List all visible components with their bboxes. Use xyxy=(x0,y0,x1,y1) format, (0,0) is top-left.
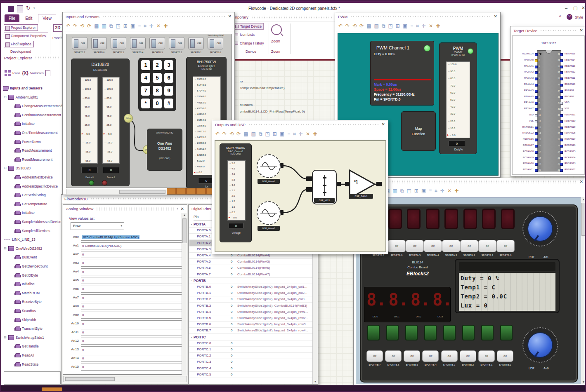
keypad-key-8[interactable]: 8 xyxy=(152,85,162,96)
toolbar-icon-6[interactable]: ⧉ xyxy=(400,188,404,193)
digital-row-porta-7[interactable]: PORTA.70ComboBL0114(PinA7) xyxy=(189,272,312,278)
pin-pad-right[interactable] xyxy=(560,138,563,141)
analog-value-field[interactable]: 0 xyxy=(81,329,185,336)
document-tab-temporary[interactable]: Temporary xyxy=(227,13,336,21)
scroll-up-icon[interactable]: ▲ xyxy=(581,198,586,201)
board-button--portb-4[interactable]: Off xyxy=(422,350,439,362)
pin-pad-left[interactable] xyxy=(535,132,538,135)
toolbar-icon-5[interactable]: ▥ xyxy=(251,131,256,136)
tree-item-scanbus[interactable]: ScanBus xyxy=(1,306,63,315)
close-button[interactable]: ✕ xyxy=(581,5,585,11)
toolbar-icon-10[interactable]: ≡ xyxy=(410,23,413,28)
toggle-switch-1[interactable]: OFF xyxy=(91,37,107,49)
pin-pad-left[interactable] xyxy=(535,71,538,74)
tree-item-ambientlight1[interactable]: ⊟AmbientLight1 xyxy=(1,93,63,102)
dock-icon[interactable]: ▪ xyxy=(177,207,178,211)
digital-row-portc-2[interactable]: PORTC.20 xyxy=(189,353,312,359)
analog-scrollbar[interactable]: ▲ xyxy=(182,213,187,375)
close-icon[interactable]: ✕ xyxy=(382,122,385,127)
toolbar-icon-3[interactable]: ⟳ xyxy=(236,131,241,136)
keypad-key-7[interactable]: 7 xyxy=(141,85,151,96)
close-icon[interactable]: ✕ xyxy=(228,14,232,19)
ribbon-collapse-icon[interactable]: ^ xyxy=(559,15,561,19)
tree-item-getdevicecount[interactable]: GetDeviceCount xyxy=(1,262,63,271)
expander-icon[interactable]: ⊟ xyxy=(4,336,7,339)
expander-icon[interactable]: ⊟ xyxy=(4,96,7,99)
switch-lever[interactable] xyxy=(113,39,117,48)
keypad-key-0[interactable]: 0 xyxy=(152,98,162,109)
board-green-button-3[interactable] xyxy=(424,325,437,340)
pin-pad-right[interactable] xyxy=(560,90,563,93)
tree-item-busevent[interactable]: BusEvent xyxy=(1,253,63,262)
digital-row-portb-2[interactable]: PORTB.20SwitchArraySlide1(pin2), keypad_… xyxy=(189,296,312,303)
tree-item-link-line-13[interactable]: LINK_LINE_13 xyxy=(1,235,63,244)
board-button--portb-1[interactable]: Off xyxy=(478,350,495,362)
toolbar-icon-12[interactable]: ✛ xyxy=(440,188,444,193)
digital-row-portc-3[interactable]: PORTC.30 xyxy=(189,359,312,365)
toolbar-icon-0[interactable]: ↶ xyxy=(66,23,70,28)
toolbar-icon-0[interactable]: ↶ xyxy=(215,131,220,136)
switch-lever[interactable] xyxy=(190,39,195,48)
toolbar-icon-7[interactable]: ◳ xyxy=(407,188,411,193)
toolbar-icon-0[interactable]: ↶ xyxy=(338,23,343,28)
pin-pad-left[interactable] xyxy=(535,157,538,160)
toolbar-icon-1[interactable]: ↷ xyxy=(73,23,77,28)
scroll-thumb[interactable] xyxy=(581,203,586,236)
ribbon-button-find-replace[interactable]: Find/Replace xyxy=(4,41,34,47)
tree-item-skipaddr[interactable]: SkipAddr xyxy=(1,315,63,324)
toolbar-icon-14[interactable]: ✚ xyxy=(313,131,317,136)
toolbar-icon-4[interactable]: ▤ xyxy=(366,23,371,28)
toggle-switch-2[interactable]: OFF xyxy=(111,37,126,49)
analog-value-field[interactable]: 0 xyxy=(81,260,185,267)
tree-item-switcharrayslide1[interactable]: ⊟SwitchArraySlide1 xyxy=(1,333,63,342)
close-icon[interactable]: ✕ xyxy=(580,180,583,184)
tree-item-readmeasurement[interactable]: ReadMeasurement xyxy=(1,146,63,155)
tree-item-initialise[interactable]: Initialise xyxy=(1,279,63,289)
app-icon[interactable] xyxy=(8,6,14,12)
analog-value-field[interactable]: 0 xyxy=(81,312,185,319)
pin-pad-right[interactable] xyxy=(560,151,563,154)
toolbar-icon-11[interactable]: ⌗ xyxy=(293,131,296,136)
pin-pad-left[interactable] xyxy=(535,120,538,123)
analog-value-field[interactable]: 0 xyxy=(81,286,185,293)
toolbar-icon-3[interactable]: ⟳ xyxy=(359,23,364,28)
tab-edit[interactable]: Edit xyxy=(21,14,36,22)
toolbar-icon-13[interactable]: ✕ xyxy=(447,188,451,193)
tree-item-getidbyte[interactable]: GetIDByte xyxy=(1,271,63,280)
analog-value-field[interactable]: 825 ComboBL0114(LightSensor ADC) xyxy=(81,234,185,241)
pwm-gauge-block[interactable]: PWM PWM2 (PWM CH1) –100.0–90.0–80.0–70.0… xyxy=(439,42,477,154)
pot-knob[interactable] xyxy=(527,216,553,242)
toolbar-icon-8[interactable]: ⊞ xyxy=(396,23,400,28)
analog-value-field[interactable]: 0 xyxy=(81,355,185,362)
board-button--porta-2[interactable]: Off xyxy=(460,240,478,252)
board-scrollbar[interactable]: ▲ ▼ xyxy=(581,197,586,384)
expander-icon[interactable]: ⊟ xyxy=(4,247,7,250)
pin-pad-left[interactable] xyxy=(535,77,538,80)
analog-value-field[interactable]: 0 xyxy=(81,251,185,258)
toolbar-icon-10[interactable]: ≡ xyxy=(287,131,290,136)
toolbar-icon-9[interactable]: ▣ xyxy=(403,23,407,28)
scroll-thumb[interactable] xyxy=(119,190,165,194)
group-collapse-icon[interactable]: ⌄ xyxy=(190,222,193,225)
analog-value-field[interactable]: 0 xyxy=(81,320,185,327)
board-button--portb-3[interactable]: Off xyxy=(441,350,458,362)
pin-pad-left[interactable] xyxy=(535,114,538,117)
pin-pad-right[interactable] xyxy=(560,127,563,129)
toggle-switch-3[interactable]: OFF xyxy=(130,37,146,49)
onewire-connector-1[interactable]: 1Wire xyxy=(124,114,133,123)
maximize-button[interactable]: ▢ xyxy=(573,5,577,11)
switch-lever[interactable] xyxy=(151,39,156,48)
tree-item-readstate[interactable]: ReadState xyxy=(1,360,63,369)
scroll-up-icon[interactable]: ▲ xyxy=(182,214,187,216)
toolbar-icon-6[interactable]: ⧉ xyxy=(109,23,113,28)
pin-pad-right[interactable] xyxy=(560,163,563,166)
board-button--porta-0[interactable]: Off xyxy=(496,240,515,252)
tree-item-readall[interactable]: ReadAll xyxy=(1,351,63,360)
toolbar-icon-13[interactable]: ✕ xyxy=(429,23,433,28)
toolbar-icon-4[interactable]: ▤ xyxy=(94,23,99,28)
pin-pad-left[interactable] xyxy=(535,102,538,105)
tree-item-getserialstring[interactable]: GetSerialString xyxy=(1,190,63,200)
inputs-titlebar[interactable]: Inputs and Sensors ✕ xyxy=(63,12,234,21)
pin-pad-left[interactable] xyxy=(535,138,538,141)
board-button--portb-0[interactable]: Off xyxy=(497,350,513,362)
